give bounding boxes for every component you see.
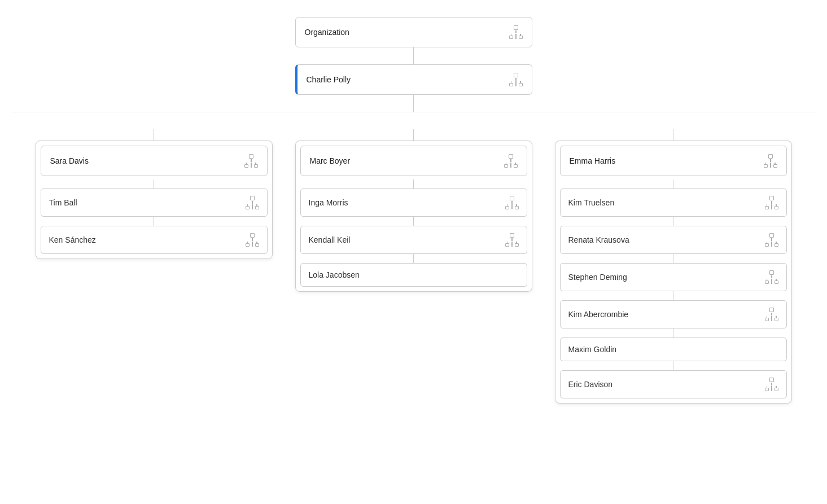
maxim-goldin-entry: Maxim Goldin xyxy=(560,328,787,361)
kendall-keil-node[interactable]: Kendall Keil xyxy=(300,226,527,254)
inga-morris-label: Inga Morris xyxy=(309,198,348,207)
kim-abercrombie-v-connector xyxy=(673,291,673,300)
stephen-deming-icon xyxy=(765,270,778,284)
col3-v-connector xyxy=(673,129,673,141)
organization-node[interactable]: Organization xyxy=(295,17,532,47)
stephen-deming-node[interactable]: Stephen Deming xyxy=(560,263,787,291)
eric-davison-label: Eric Davison xyxy=(568,380,613,389)
sara-davis-icon xyxy=(244,154,258,168)
renata-krausova-v-connector xyxy=(673,217,673,226)
sara-davis-manager-node[interactable]: Sara Davis xyxy=(41,146,268,176)
top-section: Organization xyxy=(11,17,816,112)
column-marc-boyer: Marc Boyer xyxy=(284,129,544,292)
stephen-deming-entry: Stephen Deming xyxy=(560,254,787,291)
sara-davis-label: Sara Davis xyxy=(50,156,89,165)
kim-truelsen-icon xyxy=(765,196,778,209)
kim-truelsen-label: Kim Truelsen xyxy=(568,198,615,207)
eric-davison-v-connector xyxy=(673,361,673,370)
eric-davison-icon xyxy=(765,378,778,391)
maxim-goldin-label: Maxim Goldin xyxy=(568,345,617,354)
v-connector-org-charlie xyxy=(413,47,414,64)
maxim-goldin-v-connector xyxy=(673,328,673,338)
kim-abercrombie-entry: Kim Abercrombie xyxy=(560,291,787,328)
ken-sanchez-v-connector xyxy=(154,217,154,226)
maxim-goldin-node[interactable]: Maxim Goldin xyxy=(560,338,787,361)
tim-ball-v-connector xyxy=(154,179,154,189)
kendall-keil-entry: Kendall Keil xyxy=(300,217,527,254)
column-sara-davis: Sara Davis xyxy=(24,129,284,259)
renata-krausova-node[interactable]: Renata Krausova xyxy=(560,226,787,254)
marc-boyer-icon xyxy=(504,154,518,168)
stephen-deming-label: Stephen Deming xyxy=(568,273,627,282)
org-chart: Organization xyxy=(0,0,827,437)
col2-v-connector xyxy=(413,129,414,141)
kim-truelsen-v-connector xyxy=(673,179,673,189)
emma-harris-label: Emma Harris xyxy=(570,156,616,165)
kim-abercrombie-label: Kim Abercrombie xyxy=(568,310,629,319)
organization-node-wrap: Organization xyxy=(295,17,532,47)
kim-truelsen-entry: Kim Truelsen xyxy=(560,179,787,217)
bottom-section: Sara Davis xyxy=(11,112,816,420)
inga-morris-entry: Inga Morris xyxy=(300,179,527,217)
marc-boyer-group: Marc Boyer xyxy=(295,141,532,292)
renata-krausova-icon xyxy=(765,233,778,247)
lola-jacobsen-v-connector xyxy=(413,254,414,263)
marc-boyer-manager-node[interactable]: Marc Boyer xyxy=(300,146,527,176)
eric-davison-entry: Eric Davison xyxy=(560,361,787,398)
lola-jacobsen-label: Lola Jacobsen xyxy=(309,270,360,279)
eric-davison-node[interactable]: Eric Davison xyxy=(560,370,787,398)
marc-boyer-children: Inga Morris xyxy=(300,179,527,287)
kim-abercrombie-icon xyxy=(765,308,778,321)
tim-ball-icon xyxy=(246,196,259,209)
organization-label: Organization xyxy=(305,28,349,37)
organization-tree-icon xyxy=(509,25,523,39)
ken-sanchez-node[interactable]: Ken Sánchez xyxy=(41,226,268,254)
tim-ball-label: Tim Ball xyxy=(49,198,77,207)
renata-krausova-entry: Renata Krausova xyxy=(560,217,787,254)
stephen-deming-v-connector xyxy=(673,254,673,263)
charlie-polly-node-wrap: Charlie Polly xyxy=(295,64,532,95)
charlie-polly-label: Charlie Polly xyxy=(307,75,351,84)
inga-morris-node[interactable]: Inga Morris xyxy=(300,189,527,217)
v-connector-charlie-sep xyxy=(413,95,414,112)
charlie-polly-node[interactable]: Charlie Polly xyxy=(295,64,532,95)
col1-v-connector xyxy=(154,129,154,141)
emma-harris-manager-node[interactable]: Emma Harris xyxy=(560,146,787,176)
emma-harris-group: Emma Harris xyxy=(555,141,792,404)
kendall-keil-v-connector xyxy=(413,217,414,226)
column-emma-harris: Emma Harris xyxy=(544,129,803,404)
lola-jacobsen-entry: Lola Jacobsen xyxy=(300,254,527,287)
charlie-polly-tree-icon xyxy=(509,73,523,86)
kim-abercrombie-node[interactable]: Kim Abercrombie xyxy=(560,300,787,328)
tim-ball-node[interactable]: Tim Ball xyxy=(41,189,268,217)
emma-harris-icon xyxy=(764,154,777,168)
inga-morris-icon xyxy=(505,196,519,209)
emma-harris-children: Kim Truelsen xyxy=(560,179,787,398)
marc-boyer-label: Marc Boyer xyxy=(310,156,351,165)
kendall-keil-label: Kendall Keil xyxy=(309,235,351,244)
kendall-keil-icon xyxy=(505,233,519,247)
renata-krausova-label: Renata Krausova xyxy=(568,235,629,244)
ken-sanchez-label: Ken Sánchez xyxy=(49,235,96,244)
inga-morris-v-connector xyxy=(413,179,414,189)
kim-truelsen-node[interactable]: Kim Truelsen xyxy=(560,189,787,217)
tim-ball-entry: Tim Ball xyxy=(41,179,268,217)
sara-davis-children: Tim Ball xyxy=(41,179,268,254)
ken-sanchez-entry: Ken Sánchez xyxy=(41,217,268,254)
ken-sanchez-icon xyxy=(246,233,259,247)
sara-davis-group: Sara Davis xyxy=(36,141,273,259)
lola-jacobsen-node[interactable]: Lola Jacobsen xyxy=(300,263,527,287)
